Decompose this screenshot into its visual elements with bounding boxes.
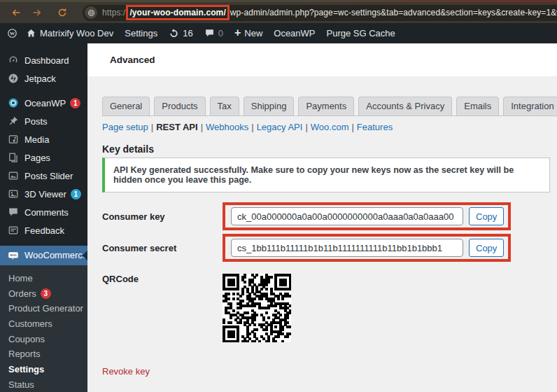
consumer-key-input[interactable] [231,207,463,225]
media-icon [7,134,19,146]
tab-payments[interactable]: Payments [298,97,354,115]
sidebar-item-label: OceanWP [24,98,66,108]
url-scheme: https:/ [102,8,125,18]
sidebar-item-label: Posts [24,116,48,127]
site-info-icon[interactable] [85,6,97,19]
svg-text:woo: woo [9,253,17,257]
tab-products[interactable]: Products [154,97,205,115]
count-badge: 3 [41,288,51,299]
sidebar-item-woocommerce[interactable]: woo WooCommerce [0,246,87,265]
sidebar-item-3d-viewer[interactable]: 3D Viewer1 [0,185,87,203]
tab-accounts-privacy[interactable]: Accounts & Privacy [358,97,452,115]
oceanwp-menu[interactable]: OceanWP [274,28,315,38]
qrcode-row: QRCode [102,274,557,342]
submenu-item-label: Coupons [8,334,45,344]
pin-icon [7,115,19,127]
count-badge: 1 [71,189,81,200]
pages-icon [7,152,19,164]
updates-menu[interactable]: 16 [169,28,192,38]
tab-tax[interactable]: Tax [210,97,239,115]
subtab-rest-api[interactable]: REST API [156,122,197,132]
consumer-secret-input[interactable] [231,239,463,257]
sidebar-item-label: 3D Viewer [24,189,66,200]
qrcode-label: QRCode [102,274,223,284]
submenu-item-customers[interactable]: Customers [0,316,87,332]
woocommerce-submenu: HomeOrders3Product GeneratorCustomersCou… [0,265,87,392]
subtab-separator: | [305,122,307,132]
back-icon[interactable] [8,5,24,20]
subtab-separator: | [201,122,203,132]
sidebar-item-oceanwp[interactable]: OceanWP1 [0,94,87,112]
wp-logo-menu[interactable]: W [7,28,17,38]
oceanwp-icon [7,97,19,109]
site-menu[interactable]: Matrixify Woo Dev [26,28,113,38]
section-title: Key details [102,144,557,155]
tab-general[interactable]: General [102,97,150,115]
page-title: Advanced [110,55,155,65]
submenu-item-coupons[interactable]: Coupons [0,331,87,346]
purge-cache-label: Purge SG Cache [327,28,395,38]
annotation-box-consumer-secret: Copy [223,234,511,262]
settings-menu[interactable]: Settings [125,28,157,38]
sidebar-item-label: Feedback [24,225,64,236]
plus-icon: + [234,27,241,38]
consumer-secret-label: Consumer secret [102,243,223,253]
submenu-item-label: Orders [8,288,36,299]
slider-icon [7,170,19,182]
sidebar-item-posts[interactable]: Posts [0,112,87,130]
submenu-item-home[interactable]: Home [0,271,87,286]
sidebar-item-feedback[interactable]: Feedback [0,221,87,239]
settings-tabs: GeneralProductsTaxShippingPaymentsAccoun… [102,97,557,116]
browser-toolbar: https://your-woo-domain.com/wp-admin/adm… [0,2,557,23]
new-label: New [244,28,262,38]
sidebar-item-comments[interactable]: Comments [0,203,87,221]
sidebar-item-posts-slider[interactable]: Posts Slider [0,167,87,185]
subtab-webhooks[interactable]: Webhooks [206,122,248,132]
tab-integration[interactable]: Integration [503,97,557,115]
url-domain-highlight: /your-woo-domain.com/ [126,5,229,20]
address-bar[interactable]: https://your-woo-domain.com/wp-admin/adm… [83,5,557,21]
submenu-item-status[interactable]: Status [0,377,87,392]
subtab-separator: | [151,122,153,132]
consumer-secret-row: Consumer secret Copy [102,234,557,262]
subtab-legacy-api[interactable]: Legacy API [257,122,303,132]
subtab-separator: | [351,122,353,132]
oceanwp-label: OceanWP [274,28,315,38]
sidebar-item-label: Dashboard [24,55,69,66]
count-badge: 1 [70,98,80,108]
sidebar-item-media[interactable]: Media [0,130,87,148]
annotation-box-consumer-key: Copy [223,202,511,230]
subtab-separator: | [251,122,253,132]
submenu-item-orders[interactable]: Orders3 [0,286,87,301]
revoke-key-link[interactable]: Revoke key [102,366,150,377]
sidebar-item-dashboard[interactable]: Dashboard [0,51,87,69]
submenu-item-label: Product Generator [8,303,83,314]
svg-text:W: W [10,31,15,36]
forward-icon[interactable] [29,5,45,20]
tab-shipping[interactable]: Shipping [244,97,295,115]
main-content: Advanced GeneralProductsTaxShippingPayme… [87,43,557,392]
feedback-icon [7,225,19,237]
woocommerce-icon: woo [7,249,19,261]
copy-consumer-secret-button[interactable]: Copy [469,239,504,257]
sidebar-item-jetpack[interactable]: Jetpack [0,69,87,88]
submenu-item-reports[interactable]: Reports [0,346,87,362]
site-name: Matrixify Woo Dev [40,28,113,38]
new-content-menu[interactable]: + New [234,28,262,38]
settings-subtabs: Page setup|REST API|Webhooks|Legacy API|… [102,122,557,132]
sidebar-item-pages[interactable]: Pages [0,148,87,167]
submenu-item-settings[interactable]: Settings [0,362,87,377]
reload-icon[interactable] [55,5,70,20]
comments-icon [7,206,19,218]
subtab-features[interactable]: Features [357,122,393,132]
purge-cache-menu[interactable]: Purge SG Cache [327,28,395,38]
copy-consumer-key-button[interactable]: Copy [469,207,504,225]
admin-sidebar: DashboardJetpackOceanWP1PostsMediaPagesP… [0,43,87,392]
wp-admin-bar: W Matrixify Woo Dev Settings 16 0 + New … [0,23,557,43]
comments-menu[interactable]: 0 [204,28,223,38]
subtab-woo-com[interactable]: Woo.com [311,122,349,132]
subtab-page-setup[interactable]: Page setup [102,122,148,132]
sidebar-item-label: Media [24,134,49,145]
tab-emails[interactable]: Emails [456,97,499,115]
submenu-item-product-generator[interactable]: Product Generator [0,301,87,316]
